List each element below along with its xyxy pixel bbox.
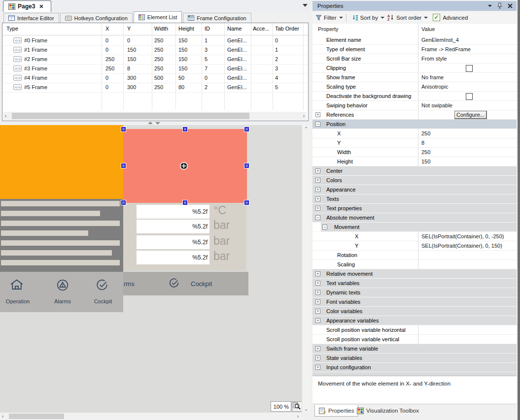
property-row[interactable]: +State variables bbox=[312, 354, 517, 363]
canvas-vertical-scrollbar[interactable]: ⌃ ⌄ bbox=[302, 125, 311, 413]
property-row[interactable]: Type of elementFrame -> RedFrame bbox=[312, 45, 517, 54]
pane-splitter[interactable] bbox=[0, 121, 311, 125]
column-header[interactable]: ID bbox=[205, 26, 210, 32]
expand-icon[interactable]: + bbox=[315, 281, 320, 286]
selection-handle[interactable] bbox=[121, 163, 126, 168]
nav-item-label[interactable]: Operation bbox=[4, 298, 32, 304]
property-value[interactable] bbox=[418, 251, 517, 259]
properties-titlebar[interactable]: Properties bbox=[312, 1, 517, 11]
expand-icon[interactable]: + bbox=[315, 178, 320, 183]
sort-order-button[interactable]: AZ Sort order bbox=[387, 14, 428, 21]
table-horizontal-scrollbar[interactable]: ‹ › bbox=[3, 112, 307, 120]
tab-hotkeys-configuration[interactable]: Hotkeys Configuration bbox=[60, 13, 133, 23]
numeric-field[interactable]: %5.2fbar bbox=[137, 235, 209, 249]
property-row[interactable]: +Dynamic texts bbox=[312, 288, 517, 297]
column-header[interactable]: X bbox=[105, 26, 109, 32]
property-row[interactable]: +Text properties bbox=[312, 204, 517, 213]
nav-item-label[interactable]: Cockpit bbox=[191, 280, 212, 288]
column-header[interactable]: Width bbox=[154, 26, 168, 32]
expand-icon[interactable]: + bbox=[315, 355, 320, 360]
check-icon[interactable] bbox=[96, 279, 108, 292]
property-row[interactable]: Deactivate the background drawing bbox=[312, 92, 517, 101]
selection-handle[interactable] bbox=[183, 127, 187, 131]
property-row[interactable]: +Appearance bbox=[312, 185, 517, 194]
property-row[interactable]: Scaling typeAnisotropic bbox=[312, 82, 517, 92]
zoom-level[interactable]: 100 % bbox=[271, 401, 291, 412]
expand-icon[interactable]: + bbox=[315, 187, 320, 192]
expand-icon[interactable]: + bbox=[315, 318, 320, 323]
pin-icon[interactable] bbox=[497, 2, 503, 9]
property-row[interactable]: +Color variables bbox=[312, 307, 517, 316]
tab-element-list[interactable]: Element List bbox=[134, 11, 182, 23]
check-icon[interactable] bbox=[169, 278, 179, 289]
chevron-down-icon[interactable] bbox=[339, 17, 343, 19]
nav-panel-right[interactable]: rms Cockpit bbox=[123, 272, 248, 295]
property-value[interactable] bbox=[418, 335, 517, 344]
selection-handle[interactable] bbox=[121, 200, 126, 205]
expand-icon[interactable]: + bbox=[315, 365, 320, 370]
property-row[interactable]: YSEL(IsPortrait(Container), 0, 150) bbox=[312, 241, 517, 251]
expand-icon[interactable]: + bbox=[315, 309, 320, 314]
column-header[interactable]: Height bbox=[178, 26, 194, 32]
column-header[interactable]: Tab Order bbox=[275, 26, 299, 32]
sort-by-button[interactable]: Sort by bbox=[352, 15, 384, 21]
chevron-down-icon[interactable] bbox=[424, 17, 428, 19]
filter-button[interactable]: Filter bbox=[315, 15, 343, 21]
numeric-field[interactable]: %5.2fbar bbox=[137, 220, 209, 233]
column-header[interactable]: Name bbox=[227, 26, 242, 32]
property-row[interactable]: Element nameGenElemInst_4 bbox=[312, 35, 517, 45]
configure-button[interactable]: Configure... bbox=[454, 111, 487, 119]
expand-icon[interactable]: + bbox=[315, 346, 320, 351]
property-row[interactable]: Swiping behaviorNot swipable bbox=[312, 101, 517, 110]
property-row[interactable]: Scroll position variable horizontal bbox=[312, 325, 517, 335]
scrollbar-thumb[interactable] bbox=[12, 113, 249, 119]
scroll-right-icon[interactable]: › bbox=[297, 414, 299, 419]
table-row[interactable]: <··>#3 Frame25082501507GenEl...3 bbox=[2, 64, 307, 74]
table-row[interactable]: <··>#5 Frame0300250802GenEl...5 bbox=[2, 83, 307, 93]
property-value[interactable]: GenElemInst_4 bbox=[418, 35, 517, 44]
canvas-horizontal-scrollbar[interactable]: ‹ › bbox=[0, 413, 302, 420]
expand-icon[interactable]: + bbox=[315, 271, 320, 276]
property-value[interactable]: Frame -> RedFrame bbox=[418, 45, 517, 54]
checkbox[interactable] bbox=[466, 65, 473, 72]
checkbox-checked-icon[interactable]: ✓ bbox=[433, 14, 440, 21]
property-row[interactable]: Rotation bbox=[312, 251, 517, 260]
property-row[interactable]: Scroll position variable vertical bbox=[312, 335, 517, 344]
splitter-up-icon[interactable] bbox=[148, 122, 153, 124]
property-value[interactable]: SEL(IsPortrait(Container), 0, -250) bbox=[418, 232, 517, 241]
property-value[interactable]: 250 bbox=[418, 129, 517, 138]
property-row[interactable]: −Movement bbox=[312, 223, 517, 232]
property-row[interactable]: −Absolute movement bbox=[312, 213, 517, 223]
property-row[interactable]: +Font variables bbox=[312, 297, 517, 307]
document-tab-page3[interactable]: Page3 ✕ bbox=[3, 0, 51, 12]
property-row[interactable]: Scroll Bar sizeFrom style bbox=[312, 54, 517, 64]
property-value[interactable]: Not swipable bbox=[418, 101, 517, 110]
selection-handle[interactable] bbox=[244, 200, 249, 205]
scrollbar-thumb[interactable] bbox=[9, 414, 64, 419]
property-value[interactable]: From style bbox=[418, 54, 517, 63]
property-row[interactable]: Y8 bbox=[312, 138, 517, 148]
column-header[interactable]: Type bbox=[6, 26, 18, 32]
collapse-icon[interactable]: − bbox=[315, 122, 320, 127]
splitter-down-icon[interactable] bbox=[155, 122, 160, 125]
orange-frame[interactable] bbox=[0, 125, 123, 199]
property-row[interactable]: +Texts bbox=[312, 194, 517, 204]
center-marker-icon[interactable] bbox=[180, 162, 188, 170]
home-icon[interactable] bbox=[10, 279, 24, 292]
tab-properties[interactable]: Properties bbox=[314, 405, 358, 417]
property-row[interactable]: X250 bbox=[312, 129, 517, 138]
property-value[interactable]: 250 bbox=[418, 148, 517, 157]
selection-handle[interactable] bbox=[244, 127, 249, 131]
numeric-field[interactable]: %5.2fbar bbox=[137, 251, 209, 264]
property-row[interactable]: XSEL(IsPortrait(Container), 0, -250) bbox=[312, 232, 517, 241]
property-row[interactable]: +Text variables bbox=[312, 279, 517, 288]
selection-handle[interactable] bbox=[183, 200, 187, 205]
close-icon[interactable] bbox=[508, 3, 513, 8]
scroll-up-icon[interactable]: ⌃ bbox=[304, 126, 308, 131]
property-row[interactable]: +Relative movement bbox=[312, 269, 517, 279]
property-row[interactable]: +ReferencesConfigure... bbox=[312, 110, 517, 120]
table-row[interactable]: <··>#2 Frame2501502501505GenEl...2 bbox=[2, 55, 307, 65]
scroll-left-icon[interactable]: ‹ bbox=[5, 113, 6, 119]
scroll-right-icon[interactable]: › bbox=[303, 113, 305, 119]
property-row[interactable]: +Colors bbox=[312, 176, 517, 185]
